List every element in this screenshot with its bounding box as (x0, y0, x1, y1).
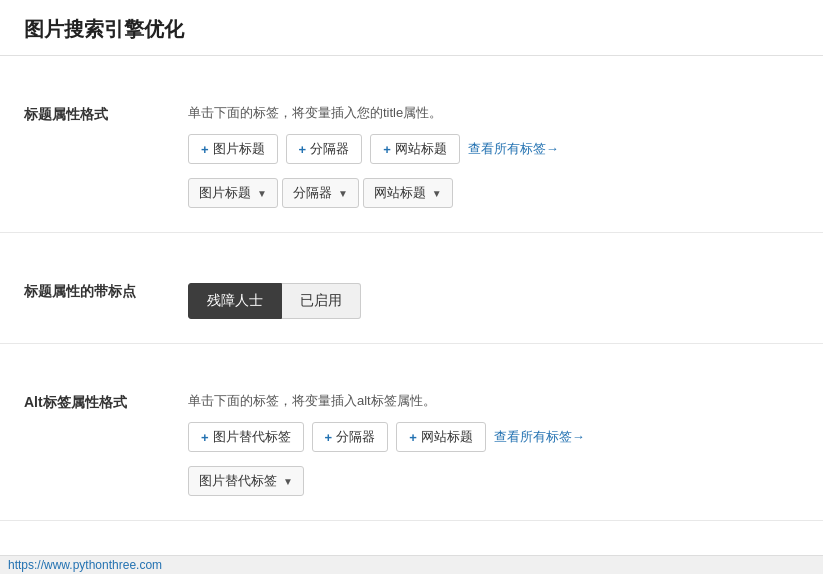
add-separator-label-1: 分隔器 (310, 140, 349, 158)
add-site-title-label-1: 网站标题 (395, 140, 447, 158)
add-site-title-btn-1[interactable]: + 网站标题 (370, 134, 460, 164)
page-title: 图片搜索引擎优化 (24, 16, 799, 43)
plus-icon-3: + (383, 142, 391, 157)
title-punctuation-label: 标题属性的带标点 (24, 281, 164, 301)
chevron-down-icon-2: ▼ (338, 188, 348, 199)
alt-selected-tags-row: 图片替代标签 ▼ (188, 466, 799, 496)
title-format-label: 标题属性格式 (24, 104, 164, 124)
disabled-toggle-btn[interactable]: 残障人士 (188, 283, 282, 319)
selected-site-title-label: 网站标题 (374, 184, 426, 202)
selected-img-alt-tag[interactable]: 图片替代标签 ▼ (188, 466, 304, 496)
add-separator-btn-1[interactable]: + 分隔器 (286, 134, 363, 164)
add-img-alt-label: 图片替代标签 (213, 428, 291, 446)
title-add-tags-row: + 图片标题 + 分隔器 + 网站标题 查看所有标签→ (188, 134, 799, 164)
selected-separator-label: 分隔器 (293, 184, 332, 202)
alt-format-section: Alt标签属性格式 单击下面的标签，将变量插入alt标签属性。 + 图片替代标签… (0, 368, 823, 521)
title-format-desc: 单击下面的标签，将变量插入您的title属性。 (188, 104, 799, 122)
alt-format-content: 单击下面的标签，将变量插入alt标签属性。 + 图片替代标签 + 分隔器 + 网… (188, 392, 799, 496)
add-img-title-btn[interactable]: + 图片标题 (188, 134, 278, 164)
enabled-toggle-btn[interactable]: 已启用 (282, 283, 361, 319)
add-site-title-label-2: 网站标题 (421, 428, 473, 446)
add-site-title-btn-2[interactable]: + 网站标题 (396, 422, 486, 452)
alt-format-row: Alt标签属性格式 单击下面的标签，将变量插入alt标签属性。 + 图片替代标签… (24, 392, 799, 496)
title-punctuation-content: 残障人士 已启用 (188, 281, 799, 319)
add-separator-btn-2[interactable]: + 分隔器 (312, 422, 389, 452)
title-punctuation-row: 标题属性的带标点 残障人士 已启用 (24, 281, 799, 319)
chevron-down-icon-3: ▼ (432, 188, 442, 199)
selected-separator-tag[interactable]: 分隔器 ▼ (282, 178, 359, 208)
page-header: 图片搜索引擎优化 (0, 0, 823, 56)
selected-img-title-tag[interactable]: 图片标题 ▼ (188, 178, 278, 208)
title-format-row: 标题属性格式 单击下面的标签，将变量插入您的title属性。 + 图片标题 + … (24, 104, 799, 208)
chevron-down-icon-4: ▼ (283, 476, 293, 487)
title-format-content: 单击下面的标签，将变量插入您的title属性。 + 图片标题 + 分隔器 + 网… (188, 104, 799, 208)
add-img-alt-btn[interactable]: + 图片替代标签 (188, 422, 304, 452)
add-separator-label-2: 分隔器 (336, 428, 375, 446)
view-all-tags-link-2[interactable]: 查看所有标签→ (494, 428, 585, 446)
title-punctuation-section: 标题属性的带标点 残障人士 已启用 (0, 257, 823, 344)
url-bar: https://www.pythonthree.com (0, 555, 823, 574)
selected-img-alt-label: 图片替代标签 (199, 472, 277, 490)
plus-icon-5: + (325, 430, 333, 445)
selected-site-title-tag[interactable]: 网站标题 ▼ (363, 178, 453, 208)
view-all-tags-link-1[interactable]: 查看所有标签→ (468, 140, 559, 158)
add-img-title-label: 图片标题 (213, 140, 265, 158)
title-format-section: 标题属性格式 单击下面的标签，将变量插入您的title属性。 + 图片标题 + … (0, 80, 823, 233)
url-text: https://www.pythonthree.com (8, 558, 162, 572)
punctuation-toggle-group: 残障人士 已启用 (188, 283, 799, 319)
plus-icon-4: + (201, 430, 209, 445)
alt-format-label: Alt标签属性格式 (24, 392, 164, 412)
alt-add-tags-row: + 图片替代标签 + 分隔器 + 网站标题 查看所有标签→ (188, 422, 799, 452)
plus-icon-6: + (409, 430, 417, 445)
selected-img-title-label: 图片标题 (199, 184, 251, 202)
plus-icon-2: + (299, 142, 307, 157)
chevron-down-icon-1: ▼ (257, 188, 267, 199)
alt-format-desc: 单击下面的标签，将变量插入alt标签属性。 (188, 392, 799, 410)
title-selected-tags-row: 图片标题 ▼ 分隔器 ▼ 网站标题 ▼ (188, 178, 799, 208)
plus-icon-1: + (201, 142, 209, 157)
